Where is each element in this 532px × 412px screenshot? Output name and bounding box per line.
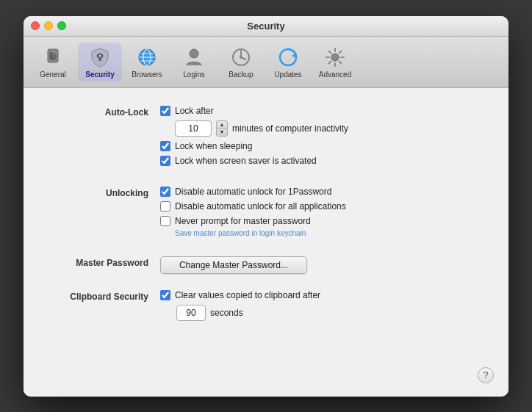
disable-1password-checkbox[interactable] <box>160 187 170 197</box>
clipboard-section: Clipboard Security Clear values copied t… <box>46 290 486 321</box>
autolock-label: Auto-Lock <box>46 106 148 170</box>
advanced-label: Advanced <box>319 71 351 79</box>
updates-icon <box>276 46 300 69</box>
toolbar-item-advanced[interactable]: Advanced <box>313 43 357 82</box>
lock-after-text: Lock after <box>175 106 214 116</box>
never-prompt-label[interactable]: Never prompt for master password <box>160 216 311 226</box>
browsers-label: Browsers <box>132 71 162 79</box>
svg-point-17 <box>240 56 242 59</box>
svg-line-27 <box>339 51 342 53</box>
unlocking-label: Unlocking <box>46 187 148 240</box>
seconds-row: seconds <box>160 305 486 321</box>
lock-sleeping-text: Lock when sleeping <box>175 141 252 151</box>
content-area: Auto-Lock Lock after ▲ ▼ minutes of comp… <box>24 88 508 397</box>
backup-icon <box>229 46 253 69</box>
lock-screensaver-text: Lock when screen saver is activated <box>175 156 317 166</box>
maximize-button[interactable] <box>57 21 66 30</box>
seconds-text: seconds <box>210 308 243 318</box>
toolbar-item-general[interactable]: General <box>31 43 75 82</box>
toolbar: General Security <box>24 37 508 88</box>
clipboard-label: Clipboard Security <box>46 290 148 321</box>
autolock-content: Lock after ▲ ▼ minutes of computer inact… <box>148 106 486 170</box>
traffic-lights <box>31 21 66 30</box>
never-prompt-row: Never prompt for master password <box>160 216 486 226</box>
logins-label: Logins <box>183 71 204 79</box>
browsers-icon <box>135 46 159 69</box>
lock-after-checkbox[interactable] <box>160 106 170 116</box>
minutes-input[interactable] <box>175 120 212 137</box>
lock-sleeping-checkbox[interactable] <box>160 141 170 151</box>
svg-line-28 <box>329 61 331 63</box>
general-label: General <box>40 71 66 79</box>
lock-sleeping-label[interactable]: Lock when sleeping <box>160 141 252 151</box>
svg-rect-2 <box>52 55 54 59</box>
advanced-icon <box>323 46 347 69</box>
updates-label: Updates <box>274 71 301 79</box>
master-password-content: Change Master Password... <box>148 256 486 274</box>
change-master-password-button[interactable]: Change Master Password... <box>160 256 307 274</box>
security-icon <box>88 46 112 69</box>
lock-screensaver-label[interactable]: Lock when screen saver is activated <box>160 156 317 166</box>
disable-1password-row: Disable automatic unlock for 1Password <box>160 187 486 197</box>
disable-all-checkbox[interactable] <box>160 201 170 212</box>
toolbar-item-logins[interactable]: Logins <box>172 43 216 82</box>
security-label: Security <box>85 71 114 79</box>
toolbar-item-security[interactable]: Security <box>78 43 122 82</box>
keychain-subtext: Save master password in login keychain <box>160 229 486 237</box>
lock-screensaver-checkbox[interactable] <box>160 156 170 166</box>
help-button[interactable]: ? <box>478 367 494 383</box>
disable-1password-label[interactable]: Disable automatic unlock for 1Password <box>160 187 331 197</box>
window-title: Security <box>247 21 284 32</box>
autolock-section: Auto-Lock Lock after ▲ ▼ minutes of comp… <box>46 106 486 170</box>
never-prompt-text: Never prompt for master password <box>175 216 311 226</box>
svg-point-6 <box>99 54 101 57</box>
clear-clipboard-label[interactable]: Clear values copied to clipboard after <box>160 290 320 300</box>
never-prompt-checkbox[interactable] <box>160 216 170 226</box>
svg-marker-19 <box>292 53 296 58</box>
seconds-input[interactable] <box>176 305 206 321</box>
master-password-label: Master Password <box>46 256 148 274</box>
clear-clipboard-row: Clear values copied to clipboard after <box>160 290 486 300</box>
lock-after-row: Lock after <box>160 106 486 116</box>
minutes-stepper[interactable]: ▲ ▼ <box>216 120 228 137</box>
master-password-section: Master Password Change Master Password..… <box>46 256 486 274</box>
svg-line-25 <box>329 51 331 53</box>
lock-screensaver-row: Lock when screen saver is activated <box>160 156 486 166</box>
stepper-up[interactable]: ▲ <box>217 121 227 129</box>
minutes-text: minutes of computer inactivity <box>232 123 348 134</box>
svg-point-20 <box>331 54 339 61</box>
lock-sleeping-row: Lock when sleeping <box>160 141 486 151</box>
disable-all-label[interactable]: Disable automatic unlock for all applica… <box>160 201 346 212</box>
disable-all-row: Disable automatic unlock for all applica… <box>160 201 486 212</box>
lock-after-checkbox-label[interactable]: Lock after <box>160 106 214 116</box>
unlocking-content: Disable automatic unlock for 1Password D… <box>148 187 486 240</box>
svg-line-26 <box>339 61 342 63</box>
clear-clipboard-checkbox[interactable] <box>160 290 170 300</box>
close-button[interactable] <box>31 21 40 30</box>
disable-1password-text: Disable automatic unlock for 1Password <box>175 187 331 197</box>
logins-icon <box>182 46 206 69</box>
minutes-row: ▲ ▼ minutes of computer inactivity <box>160 120 486 137</box>
minimize-button[interactable] <box>44 21 53 30</box>
disable-all-text: Disable automatic unlock for all applica… <box>175 201 346 212</box>
unlocking-section: Unlocking Disable automatic unlock for 1… <box>46 187 486 240</box>
backup-label: Backup <box>229 71 253 79</box>
general-icon <box>41 46 65 69</box>
titlebar: Security <box>24 16 508 37</box>
toolbar-item-backup[interactable]: Backup <box>219 43 263 82</box>
toolbar-item-updates[interactable]: Updates <box>266 43 310 82</box>
svg-rect-5 <box>98 57 101 61</box>
toolbar-item-browsers[interactable]: Browsers <box>125 43 169 82</box>
clipboard-content: Clear values copied to clipboard after s… <box>148 290 486 321</box>
clear-clipboard-text: Clear values copied to clipboard after <box>175 290 320 300</box>
svg-point-13 <box>190 49 198 58</box>
stepper-down[interactable]: ▼ <box>217 129 227 136</box>
app-window: Security General <box>24 16 508 397</box>
